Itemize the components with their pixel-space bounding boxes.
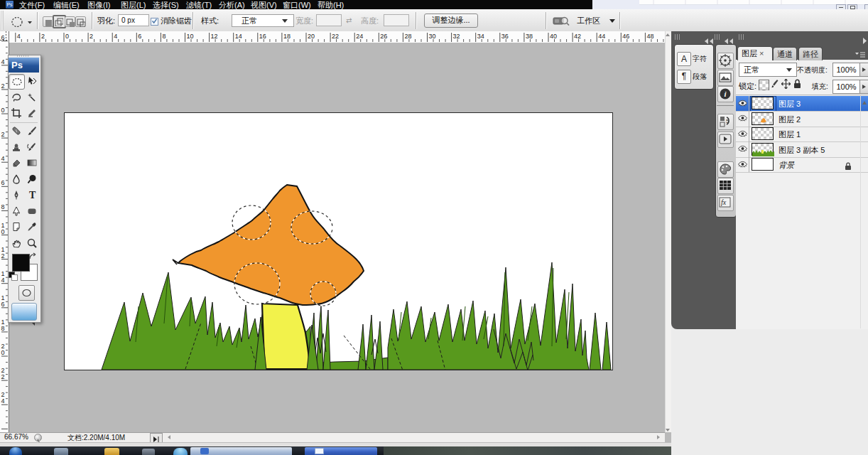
svg-text:4: 4 <box>1 397 5 405</box>
svg-text:44: 44 <box>598 33 605 40</box>
svg-text:26: 26 <box>380 33 387 40</box>
svg-text:28: 28 <box>404 33 411 40</box>
svg-text:4: 4 <box>17 33 21 40</box>
svg-text:30: 30 <box>429 33 436 40</box>
svg-text:2: 2 <box>1 82 5 90</box>
svg-text:36: 36 <box>501 33 509 40</box>
svg-text:34: 34 <box>477 33 484 40</box>
svg-text:2: 2 <box>1 252 5 259</box>
svg-text:0: 0 <box>65 33 69 40</box>
svg-text:16: 16 <box>259 33 266 40</box>
svg-text:32: 32 <box>453 33 460 40</box>
svg-text:2: 2 <box>41 33 45 40</box>
svg-text:46: 46 <box>622 33 629 40</box>
svg-text:24: 24 <box>356 33 363 40</box>
svg-text:2: 2 <box>1 373 5 380</box>
svg-text:0: 0 <box>1 228 5 235</box>
svg-text:14: 14 <box>235 33 242 40</box>
svg-text:48: 48 <box>646 33 653 40</box>
svg-text:8: 8 <box>1 203 5 210</box>
svg-text:T: T <box>29 190 36 200</box>
svg-text:4: 4 <box>1 155 5 162</box>
svg-text:5: 5 <box>726 118 729 124</box>
svg-text:6: 6 <box>1 301 5 308</box>
svg-text:0: 0 <box>1 107 5 114</box>
svg-text:2: 2 <box>1 131 5 138</box>
svg-text:40: 40 <box>550 33 557 40</box>
svg-text:4: 4 <box>1 58 5 65</box>
svg-text:4: 4 <box>1 277 5 284</box>
svg-text:18: 18 <box>283 33 291 40</box>
svg-text:12: 12 <box>211 33 218 40</box>
svg-text:20: 20 <box>308 33 315 40</box>
svg-text:6: 6 <box>1 179 5 186</box>
svg-text:38: 38 <box>526 33 533 40</box>
svg-text:10: 10 <box>187 33 194 40</box>
svg-text:2: 2 <box>89 33 93 40</box>
svg-text:8: 8 <box>1 325 5 332</box>
svg-text:0: 0 <box>1 349 5 356</box>
svg-text:8: 8 <box>162 33 166 40</box>
svg-text:22: 22 <box>332 33 339 40</box>
svg-text:6: 6 <box>138 33 141 40</box>
svg-text:fx: fx <box>721 198 727 206</box>
svg-text:4: 4 <box>114 33 117 40</box>
svg-text:42: 42 <box>574 33 581 40</box>
